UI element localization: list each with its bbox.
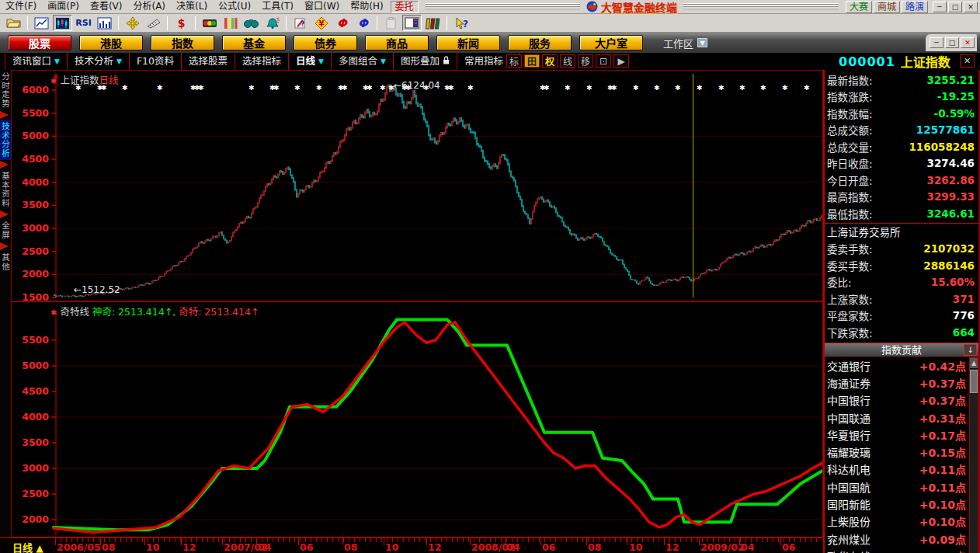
nav-tool-3[interactable]: 线	[560, 54, 575, 68]
candlestick-chart[interactable]	[12, 71, 822, 301]
nav-item-2[interactable]: F10资料	[130, 53, 182, 70]
scroll-thumb[interactable]	[970, 370, 978, 393]
contrib-row-3[interactable]: 中国联通+0.31点	[825, 409, 978, 426]
ruler-icon[interactable]	[144, 15, 163, 31]
contrib-row-11[interactable]: 歌华有线+0.08点	[825, 548, 978, 553]
menu-item-4[interactable]: 决策(L)	[171, 0, 213, 13]
menu-item-1[interactable]: 画面(P)	[42, 0, 85, 13]
phi-red-icon[interactable]: Φ	[332, 15, 352, 31]
nav-item-3[interactable]: 选择股票	[182, 53, 235, 70]
nav-item-4[interactable]: 选择指标	[235, 53, 289, 70]
contrib-row-10[interactable]: 兖州煤业+0.09点	[825, 530, 978, 547]
menu-item-7[interactable]: 窗口(W)	[299, 0, 345, 13]
nav-tool-0[interactable]: 标	[506, 54, 522, 68]
nav-item-1[interactable]: 技术分析▼	[68, 53, 130, 70]
nav-item-5[interactable]: 日线▼	[289, 53, 332, 70]
menu-item-entrust[interactable]: 委托	[391, 1, 419, 13]
panel-close-button[interactable]: ✕	[960, 54, 975, 68]
market-tab-8[interactable]: 大户室	[579, 35, 643, 50]
child-close-button[interactable]: ✕	[961, 37, 975, 48]
contrib-row-2[interactable]: 中国银行+0.37点	[825, 391, 978, 409]
sidebar-item-3[interactable]: 全屏	[0, 219, 11, 242]
chevron-down-icon[interactable]: ▼	[116, 53, 122, 70]
chevron-down-icon[interactable]: ▼	[54, 53, 60, 70]
time-axis-bar[interactable]: 日线 ▲ 2006/050810122007/0204060810122008/…	[0, 537, 823, 553]
market-tab-0[interactable]: 股票	[8, 35, 71, 50]
menu-item-8[interactable]: 帮助(H)	[345, 0, 388, 13]
nav-item-7[interactable]: 图形叠加	[394, 53, 457, 70]
child-minimize-button[interactable]: ─	[930, 37, 944, 48]
market-tab-4[interactable]: 债券	[294, 35, 357, 50]
menu-item-6[interactable]: 工具(T)	[256, 0, 299, 13]
menu-item-3[interactable]: 分析(A)	[127, 0, 171, 13]
cursor-line[interactable]	[693, 74, 693, 297]
indicator-chart[interactable]	[12, 302, 822, 537]
contrib-row-7[interactable]: 中国国航+0.11点	[825, 478, 978, 496]
contrib-row-0[interactable]: 交通银行+0.42点	[825, 357, 978, 374]
close-button[interactable]: ✕	[964, 2, 978, 12]
chevron-down-icon[interactable]: ▼	[318, 53, 324, 70]
market-tab-5[interactable]: 商品	[365, 35, 429, 50]
scroll-up-button[interactable]: ▲	[970, 358, 978, 369]
axis-period-label[interactable]: 日线 ▲	[12, 540, 43, 553]
nav-tool-5[interactable]: ⊡	[596, 54, 611, 68]
trend-chart-icon[interactable]	[32, 15, 51, 31]
market-tab-6[interactable]: 新闻	[436, 35, 500, 50]
contrib-row-1[interactable]: 海通证券+0.37点	[825, 374, 978, 391]
main-chart-pane[interactable]: 6000550050004500400035003000250020001500…	[11, 70, 823, 301]
market-tab-2[interactable]: 指数	[151, 35, 214, 50]
chevron-down-icon[interactable]: ▼	[381, 53, 386, 70]
help-pointer-icon[interactable]: ?	[451, 15, 471, 31]
contrib-row-8[interactable]: 国阳新能+0.10点	[825, 496, 978, 513]
phi-blue-icon[interactable]: Φ	[353, 15, 373, 31]
books-icon[interactable]	[423, 15, 443, 31]
sidebar-item-0[interactable]: 分时走势	[0, 70, 11, 110]
menu-item-0[interactable]: 文件(F)	[0, 0, 42, 13]
scrollbar[interactable]: ▲	[969, 357, 978, 553]
corner-link-0[interactable]: 大赛	[846, 1, 872, 13]
color-bars-icon[interactable]	[221, 15, 240, 31]
market-tab-1[interactable]: 港股	[79, 35, 143, 50]
sidebar-item-2[interactable]: 基本资料	[0, 169, 11, 210]
sidebar-item-1[interactable]: 技术分析	[0, 120, 11, 160]
sidebar-item-4[interactable]: 其他	[0, 251, 11, 273]
nav-tool-1[interactable]: 田	[524, 54, 540, 68]
diamond-yuan-icon[interactable]: ¥	[311, 15, 331, 31]
indicator-chart-pane[interactable]: 55005000450040003500300025002000 ✱奇特线 神奇…	[11, 301, 823, 537]
child-restore-button[interactable]: □	[945, 37, 959, 48]
contrib-row-5[interactable]: 福耀玻璃+0.15点	[825, 443, 978, 461]
open-folder-icon[interactable]	[4, 15, 23, 31]
binoculars-icon[interactable]	[242, 15, 261, 31]
edit-question-icon[interactable]: ?	[290, 15, 310, 31]
corner-link-2[interactable]: 路演	[902, 1, 928, 13]
market-tab-3[interactable]: 基金	[222, 35, 286, 50]
arrow-down-button[interactable]: ↓	[964, 344, 977, 356]
nav-item-label: 选择股票	[189, 53, 228, 70]
menu-item-2[interactable]: 查看(V)	[85, 0, 128, 13]
minimize-button[interactable]: ─	[933, 2, 947, 12]
currency-icon[interactable]: $	[172, 15, 191, 31]
nav-tool-6[interactable]: ▶	[613, 54, 629, 68]
corner-link-1[interactable]: 商城	[874, 1, 900, 13]
market-tab-7[interactable]: 服务	[508, 35, 572, 50]
nav-item-0[interactable]: 资讯窗口▼	[5, 53, 68, 70]
panel-layout-icon[interactable]	[402, 15, 422, 31]
nav-tool-2[interactable]: 权	[542, 54, 558, 68]
chevron-down-icon[interactable]: ▼	[697, 38, 707, 47]
move-cross-icon[interactable]	[123, 15, 142, 31]
contrib-row-4[interactable]: 华夏银行+0.17点	[825, 426, 978, 443]
contrib-row-6[interactable]: 科达机电+0.11点	[825, 461, 978, 478]
alarm-bell-icon[interactable]	[262, 15, 282, 31]
rsi-indicator-icon[interactable]: RSI	[74, 15, 93, 31]
traffic-light-icon[interactable]	[200, 15, 219, 31]
workspace-selector[interactable]: 工作区 ▼	[663, 36, 707, 50]
kline-chart-icon[interactable]	[53, 15, 72, 31]
indicator-gear-icon[interactable]: ✱	[50, 77, 57, 85]
bar-chart-icon[interactable]	[95, 15, 114, 31]
nav-tool-4[interactable]: 移	[578, 54, 593, 68]
contrib-row-9[interactable]: 上柴股份+0.10点	[825, 513, 978, 530]
restore-button[interactable]: □	[948, 2, 962, 12]
menu-item-5[interactable]: 公式(U)	[213, 0, 256, 13]
nav-item-6[interactable]: 多图组合▼	[332, 53, 394, 70]
indicator-gear-icon[interactable]: ✱	[50, 308, 57, 317]
